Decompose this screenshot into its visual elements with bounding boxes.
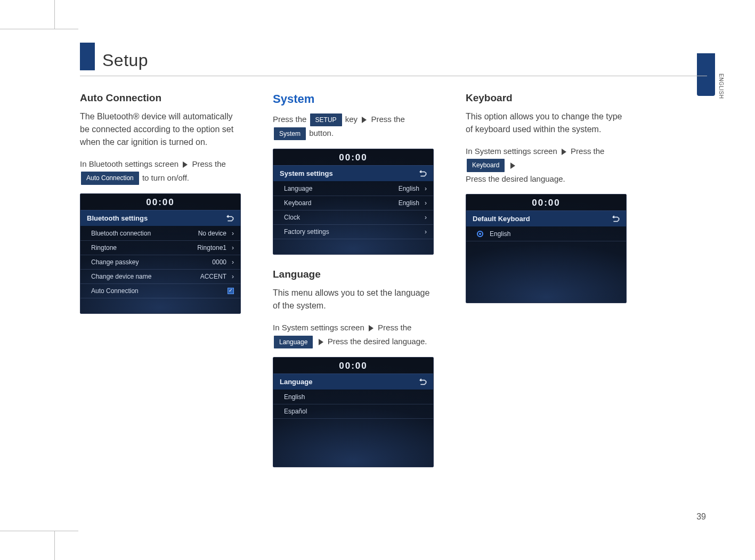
row-value: English (399, 185, 419, 192)
triangle-icon (510, 163, 515, 169)
paragraph: This option allows you to change the typ… (466, 110, 627, 136)
panel-title: Default Keyboard (473, 215, 530, 223)
panel-clock: 00:00 (273, 358, 433, 374)
text: Press the (378, 323, 411, 332)
triangle-icon (183, 161, 188, 168)
paragraph: This menu allows you to set the language… (273, 287, 434, 312)
text: Press the (371, 115, 404, 124)
list-item: English (466, 227, 626, 241)
chevron-right-icon: › (425, 214, 427, 221)
panel-titlebar: Language ⮌ (273, 374, 433, 390)
triangle-icon (369, 325, 374, 331)
panel-clock: 00:00 (273, 149, 433, 165)
ui-label-auto-connection: Auto Connection (81, 172, 139, 184)
chevron-right-icon: › (425, 199, 427, 207)
heading-auto-connection: Auto Connection (80, 92, 241, 104)
heading-language: Language (273, 269, 434, 280)
chevron-right-icon: › (232, 244, 234, 251)
list-item: Language English› (273, 182, 433, 196)
triangle-icon (562, 149, 566, 155)
chevron-right-icon: › (425, 228, 427, 236)
row-label: Change device name (91, 273, 151, 280)
ui-label-setup: SETUP (310, 113, 342, 126)
text: In Bluetooth settings screen (80, 159, 178, 168)
text: Press the (273, 115, 306, 124)
panel-title: System settings (280, 169, 333, 177)
row-value: 0000 (212, 258, 226, 266)
crop-mark (54, 531, 55, 560)
instruction: Press the SETUP key Press the System but… (273, 112, 434, 140)
language-tab-label: ENGLISH (718, 74, 724, 99)
page-number: 39 (696, 512, 706, 522)
crop-mark (54, 0, 55, 29)
back-icon: ⮌ (612, 214, 620, 223)
panel-titlebar: Default Keyboard ⮌ (466, 210, 626, 227)
row-label: Factory settings (284, 228, 329, 236)
triangle-icon (319, 339, 323, 345)
list-item: Clock › (273, 210, 433, 225)
chevron-right-icon: › (425, 185, 427, 192)
crop-mark (0, 29, 78, 29)
text: Press the (571, 147, 604, 156)
text: Press the desired language. (466, 174, 565, 183)
instruction: In System settings screen Press the Keyb… (466, 144, 627, 185)
text: Press the desired language. (328, 337, 427, 346)
back-icon: ⮌ (419, 169, 427, 178)
text: to turn on/off. (142, 173, 189, 182)
header-accent-block (80, 43, 95, 70)
screenshot-language: 00:00 Language ⮌ English Español (273, 357, 434, 467)
row-label: English (284, 393, 305, 401)
text: key (345, 115, 358, 124)
list-item: Change passkey 0000› (80, 255, 240, 270)
text: Press the (192, 159, 225, 168)
row-label: Español (284, 408, 307, 415)
instruction: In System settings screen Press the Lang… (273, 321, 434, 348)
chevron-right-icon: › (232, 258, 234, 266)
chevron-right-icon: › (232, 230, 234, 237)
panel-title: Bluetooth settings (87, 214, 148, 222)
ui-label-system: System (274, 127, 306, 140)
screenshot-default-keyboard: 00:00 Default Keyboard ⮌ English (466, 194, 627, 303)
list-item: Auto Connection ✓ (80, 284, 240, 298)
panel-clock: 00:00 (80, 194, 240, 210)
row-label: Auto Connection (91, 287, 139, 295)
checkbox-checked-icon: ✓ (228, 288, 234, 294)
panel-titlebar: Bluetooth settings ⮌ (80, 210, 240, 226)
heading-system: System (273, 92, 434, 106)
text: In System settings screen (273, 323, 364, 332)
row-label: Bluetooth connection (91, 230, 151, 237)
ui-label-keyboard: Keyboard (467, 159, 505, 172)
list-item: Change device name ACCENT› (80, 270, 240, 284)
screenshot-bluetooth-settings: 00:00 Bluetooth settings ⮌ Bluetooth con… (80, 193, 241, 314)
section-title: Setup (102, 51, 148, 70)
list-item: Bluetooth connection No device› (80, 226, 240, 241)
row-label: Clock (284, 214, 300, 221)
instruction: In Bluetooth settings screen Press the A… (80, 157, 241, 185)
section-header: Setup (80, 43, 707, 76)
text: In System settings screen (466, 147, 557, 156)
radio-selected-icon (477, 231, 483, 237)
heading-keyboard: Keyboard (466, 92, 627, 104)
row-label: Change passkey (91, 258, 139, 266)
back-icon: ⮌ (226, 214, 234, 223)
chevron-right-icon: › (232, 273, 234, 280)
row-value: ACCENT (200, 273, 226, 280)
triangle-icon (362, 117, 367, 123)
row-value: Ringtone1 (197, 244, 226, 251)
list-item: English (273, 390, 433, 404)
row-value: No device (198, 230, 226, 237)
row-label: Language (284, 185, 312, 192)
list-item: Ringtone Ringtone1› (80, 241, 240, 255)
back-icon: ⮌ (419, 377, 427, 386)
paragraph: The Bluetooth® device will automatically… (80, 110, 241, 149)
row-label: Keyboard (284, 199, 311, 207)
row-label: Ringtone (91, 244, 117, 251)
panel-title: Language (280, 378, 312, 386)
panel-clock: 00:00 (466, 194, 626, 210)
crop-mark (0, 531, 78, 531)
ui-label-language: Language (274, 336, 313, 348)
list-item: Keyboard English› (273, 196, 433, 210)
row-value: English (399, 199, 419, 207)
list-item: Español (273, 404, 433, 419)
text: button. (309, 128, 334, 137)
